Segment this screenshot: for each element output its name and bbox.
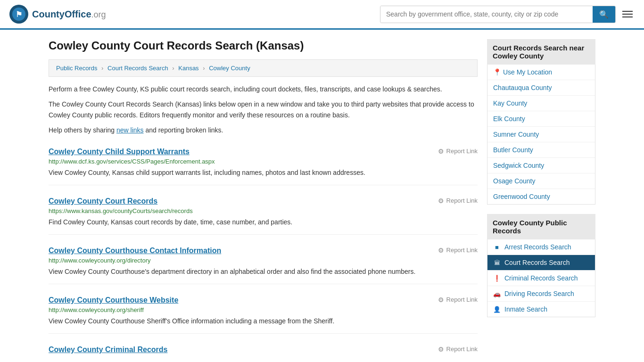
- criminal-icon: ❗: [493, 275, 501, 282]
- court-records-link[interactable]: 🏛 Court Records Search: [487, 255, 595, 270]
- logo-text: CountyOffice.org: [32, 9, 106, 20]
- description-3: Help others by sharing new links and rep…: [49, 125, 478, 135]
- description-2: The Cowley County Court Records Search (…: [49, 99, 478, 120]
- search-input[interactable]: [380, 6, 593, 23]
- breadcrumb-public-records[interactable]: Public Records: [56, 65, 97, 72]
- arrest-records-label: Arrest Records Search: [504, 243, 571, 251]
- nearby-county-item[interactable]: Chautauqua County: [487, 80, 595, 96]
- public-records-section: Cowley County Public Records ■ Arrest Re…: [487, 214, 595, 317]
- search-button[interactable]: 🔍: [593, 6, 615, 23]
- public-records-item[interactable]: ❗ Criminal Records Search: [487, 271, 595, 286]
- inmate-icon: 👤: [493, 306, 501, 313]
- result-url: http://www.cowleycounty.org/directory: [49, 257, 478, 264]
- public-records-header: Cowley County Public Records: [487, 214, 595, 239]
- nearby-county-link[interactable]: Sedgwick County: [487, 158, 595, 173]
- breadcrumb-cowley[interactable]: Cowley County: [209, 65, 250, 72]
- nearby-county-item[interactable]: Butler County: [487, 142, 595, 158]
- logo-icon: ⚑: [9, 5, 28, 24]
- report-link[interactable]: ⚙ Report Link: [438, 296, 478, 304]
- report-link[interactable]: ⚙ Report Link: [438, 247, 478, 254]
- nearby-county-link[interactable]: Elk County: [487, 111, 595, 126]
- page-title: Cowley County Court Records Search (Kans…: [49, 39, 478, 52]
- result-item: Cowley County Courthouse Website ⚙ Repor…: [49, 296, 478, 334]
- menu-button[interactable]: [620, 9, 635, 19]
- desc3-prefix: Help others by sharing: [49, 126, 116, 134]
- content-area: Cowley County Court Records Search (Kans…: [49, 39, 478, 362]
- public-records-item-active[interactable]: 🏛 Court Records Search: [487, 255, 595, 271]
- search-area: 🔍: [380, 6, 635, 23]
- arrest-icon: ■: [493, 244, 501, 251]
- nearby-county-link[interactable]: Butler County: [487, 142, 595, 157]
- nearby-county-item[interactable]: Kay County: [487, 96, 595, 111]
- driving-records-link[interactable]: 🚗 Driving Records Search: [487, 286, 595, 301]
- result-title-row: Cowley County Child Support Warrants ⚙ R…: [49, 148, 478, 156]
- report-icon: ⚙: [438, 296, 444, 304]
- result-title-row: Cowley County Courthouse Contact Informa…: [49, 247, 478, 255]
- court-records-label: Court Records Search: [504, 259, 570, 266]
- nearby-county-item[interactable]: Greenwood County: [487, 189, 595, 204]
- report-label: Report Link: [446, 346, 478, 353]
- public-records-item[interactable]: 👤 Inmate Search: [487, 302, 595, 317]
- breadcrumb-court-records[interactable]: Court Records Search: [107, 65, 168, 72]
- result-title-link[interactable]: Cowley County Court Records: [49, 197, 157, 206]
- nearby-header: Court Records Search near Cowley County: [487, 39, 595, 65]
- menu-line-2: [622, 14, 633, 15]
- result-item: Cowley County Criminal Records ⚙ Report …: [49, 346, 478, 362]
- report-icon: ⚙: [438, 346, 444, 353]
- menu-line-3: [622, 16, 633, 17]
- nearby-county-link[interactable]: Chautauqua County: [487, 80, 595, 95]
- main-container: Cowley County Court Records Search (Kans…: [39, 30, 605, 362]
- site-header: ⚑ CountyOffice.org 🔍: [0, 0, 644, 30]
- result-title-link[interactable]: Cowley County Criminal Records: [49, 346, 168, 354]
- result-desc: View Cowley County Courthouse Sheriff's …: [49, 316, 478, 326]
- public-records-item[interactable]: 🚗 Driving Records Search: [487, 286, 595, 302]
- report-label: Report Link: [446, 296, 478, 303]
- result-title-link[interactable]: Cowley County Courthouse Website: [49, 296, 178, 304]
- report-link[interactable]: ⚙ Report Link: [438, 197, 478, 205]
- breadcrumb: Public Records › Court Records Search › …: [49, 59, 478, 77]
- breadcrumb-sep-2: ›: [172, 65, 174, 72]
- nearby-county-item[interactable]: Elk County: [487, 111, 595, 127]
- new-links-link[interactable]: new links: [116, 126, 144, 134]
- inmate-search-label: Inmate Search: [504, 305, 547, 313]
- nearby-county-link[interactable]: Greenwood County: [487, 189, 595, 204]
- report-icon: ⚙: [438, 247, 444, 254]
- result-desc: View Cowley County Courthouse's departme…: [49, 267, 478, 277]
- criminal-records-link[interactable]: ❗ Criminal Records Search: [487, 271, 595, 286]
- public-records-item[interactable]: ■ Arrest Records Search: [487, 239, 595, 255]
- result-title-row: Cowley County Courthouse Website ⚙ Repor…: [49, 296, 478, 304]
- report-icon: ⚙: [438, 148, 444, 155]
- breadcrumb-sep-3: ›: [203, 65, 205, 72]
- report-link[interactable]: ⚙ Report Link: [438, 148, 478, 155]
- breadcrumb-sep-1: ›: [101, 65, 103, 72]
- nearby-county-item[interactable]: Sedgwick County: [487, 158, 595, 173]
- court-icon: 🏛: [493, 259, 501, 266]
- result-title-link[interactable]: Cowley County Courthouse Contact Informa…: [49, 247, 221, 255]
- nearby-county-link[interactable]: Osage County: [487, 173, 595, 189]
- arrest-records-link[interactable]: ■ Arrest Records Search: [487, 239, 595, 255]
- desc3-suffix: and reporting broken links.: [144, 126, 223, 134]
- use-location-link[interactable]: 📍 Use My Location: [487, 65, 595, 80]
- nearby-county-item[interactable]: Osage County: [487, 173, 595, 189]
- breadcrumb-kansas[interactable]: Kansas: [178, 65, 198, 72]
- nearby-counties-list: 📍 Use My Location Chautauqua County Kay …: [487, 65, 595, 205]
- nearby-county-link[interactable]: Kay County: [487, 96, 595, 111]
- use-location-item[interactable]: 📍 Use My Location: [487, 65, 595, 80]
- location-pin-icon: 📍: [493, 68, 501, 76]
- nearby-county-item[interactable]: Sumner County: [487, 127, 595, 142]
- public-records-list: ■ Arrest Records Search 🏛 Court Records …: [487, 239, 595, 317]
- report-link[interactable]: ⚙ Report Link: [438, 346, 478, 353]
- result-title-link[interactable]: Cowley County Child Support Warrants: [49, 148, 190, 156]
- result-title-row: Cowley County Criminal Records ⚙ Report …: [49, 346, 478, 354]
- nearby-county-link[interactable]: Sumner County: [487, 127, 595, 142]
- driving-icon: 🚗: [493, 290, 501, 297]
- result-title-row: Cowley County Court Records ⚙ Report Lin…: [49, 197, 478, 206]
- result-url: http://www.cowleycounty.org/sheriff: [49, 306, 478, 313]
- nearby-section: Court Records Search near Cowley County …: [487, 39, 595, 205]
- report-label: Report Link: [446, 148, 478, 155]
- result-url: http://www.dcf.ks.gov/services/CSS/Pages…: [49, 158, 478, 165]
- svg-text:⚑: ⚑: [16, 10, 22, 18]
- inmate-search-link[interactable]: 👤 Inmate Search: [487, 302, 595, 317]
- description-1: Perform a free Cowley County, KS public …: [49, 84, 478, 94]
- report-label: Report Link: [446, 247, 478, 254]
